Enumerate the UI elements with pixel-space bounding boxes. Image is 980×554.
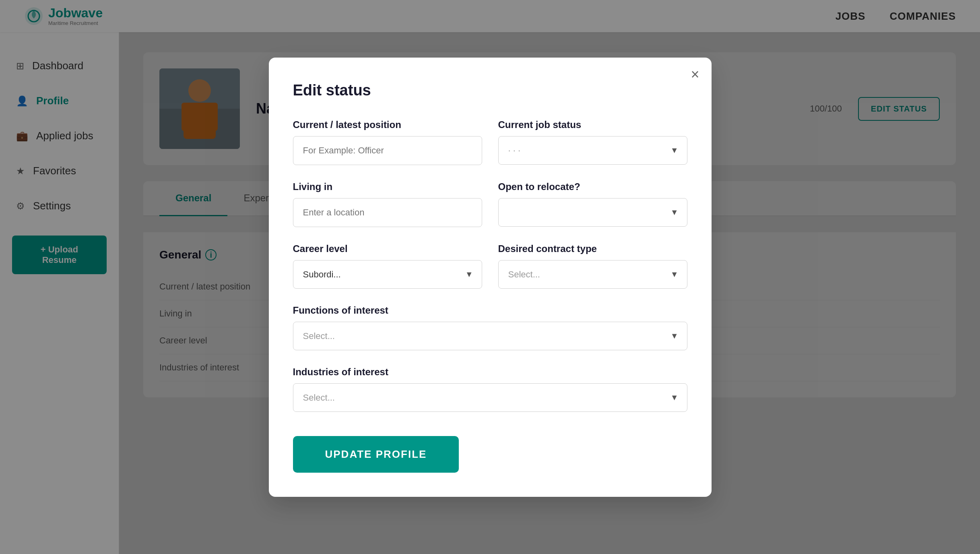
label-career-level: Career level [293,243,482,254]
modal-close-button[interactable]: × [691,67,699,82]
select-functions-of-interest[interactable]: Select... [293,322,687,350]
select-industries-of-interest[interactable]: Select... [293,383,687,412]
form-group-functions-of-interest: Functions of interest Select... ▼ [293,305,687,350]
form-group-current-job-status: Current job status · · · Employed Unempl… [498,119,687,165]
select-career-level[interactable]: Subordi... Entry Level Mid Level Senior … [293,260,482,289]
select-wrapper-contract-type: Select... Full-time Part-time Contract F… [498,260,687,289]
select-wrapper-functions: Select... ▼ [293,322,687,350]
select-wrapper-job-status: · · · Employed Unemployed Freelance ▼ [498,136,687,165]
form-row-5: Industries of interest Select... ▼ [293,366,687,412]
select-wrapper-career-level: Subordi... Entry Level Mid Level Senior … [293,260,482,289]
label-functions-of-interest: Functions of interest [293,305,687,316]
modal-overlay[interactable]: × Edit status Current / latest position … [0,0,980,554]
form-row-3: Career level Subordi... Entry Level Mid … [293,243,687,289]
select-wrapper-industries: Select... ▼ [293,383,687,412]
label-industries-of-interest: Industries of interest [293,366,687,378]
label-desired-contract-type: Desired contract type [498,243,687,254]
form-row-4: Functions of interest Select... ▼ [293,305,687,350]
label-open-to-relocate: Open to relocate? [498,181,687,192]
form-row-2: Living in Open to relocate? Yes No ▼ [293,181,687,227]
form-group-contract-type: Desired contract type Select... Full-tim… [498,243,687,289]
form-group-living-in: Living in [293,181,482,227]
label-living-in: Living in [293,181,482,192]
select-desired-contract-type[interactable]: Select... Full-time Part-time Contract F… [498,260,687,289]
modal-title: Edit status [293,82,687,99]
label-current-position: Current / latest position [293,119,482,130]
form-group-industries-of-interest: Industries of interest Select... ▼ [293,366,687,412]
select-current-job-status[interactable]: · · · Employed Unemployed Freelance [498,136,687,165]
update-profile-button[interactable]: UPDATE PROFILE [293,436,459,473]
form-row-1: Current / latest position Current job st… [293,119,687,165]
form-group-open-to-relocate: Open to relocate? Yes No ▼ [498,181,687,227]
form-group-career-level: Career level Subordi... Entry Level Mid … [293,243,482,289]
label-current-job-status: Current job status [498,119,687,130]
input-current-position[interactable] [293,136,482,165]
select-wrapper-relocate: Yes No ▼ [498,198,687,227]
form-group-current-position: Current / latest position [293,119,482,165]
edit-status-modal: × Edit status Current / latest position … [269,58,712,497]
input-living-in[interactable] [293,198,482,227]
select-open-to-relocate[interactable]: Yes No [498,198,687,227]
